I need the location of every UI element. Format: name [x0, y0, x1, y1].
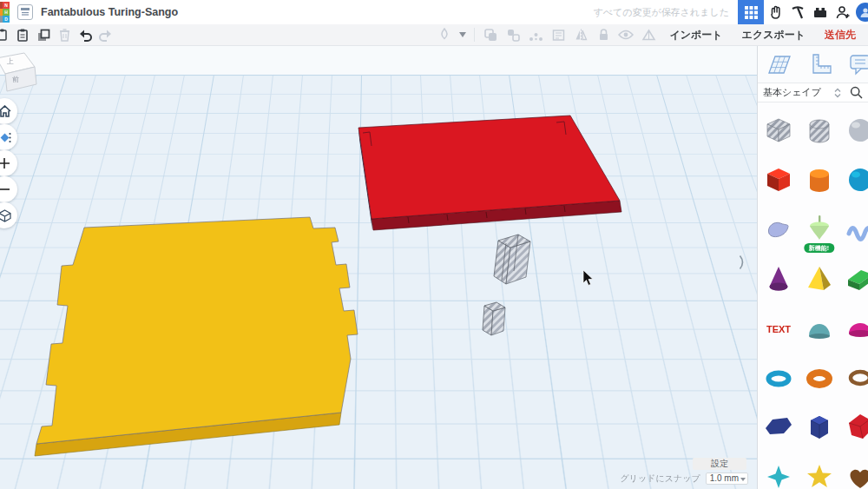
canvas-3d-viewport[interactable]: 上 前 設定 グリッドにスナップ 1.0 mm: [0, 46, 757, 489]
group-icon[interactable]: [480, 25, 501, 44]
shape-star4[interactable]: [758, 452, 799, 489]
snap-caret-icon: [740, 478, 746, 481]
color-dropdown-caret-icon[interactable]: [457, 25, 469, 44]
view-cube[interactable]: 上 前: [0, 46, 43, 95]
shape-roof[interactable]: [839, 254, 868, 303]
view-cube-top-label[interactable]: 上: [7, 56, 14, 66]
ruler-helper-icon[interactable]: [799, 52, 839, 76]
export-button[interactable]: エクスポート: [733, 28, 814, 43]
paste-icon[interactable]: [12, 25, 33, 44]
align-icon[interactable]: [525, 25, 546, 44]
shape-top[interactable]: 新機能!: [799, 204, 839, 254]
shape-pyramid[interactable]: [799, 254, 839, 303]
profile-avatar[interactable]: [856, 3, 868, 22]
shape-hex-prism[interactable]: [799, 402, 839, 452]
hide-icon[interactable]: [615, 25, 636, 44]
shape-hole-box[interactable]: [758, 105, 799, 155]
shape-torus[interactable]: [758, 353, 799, 402]
shape-sphere-gray[interactable]: [839, 105, 868, 155]
copy-icon[interactable]: [0, 25, 12, 44]
snap-grid-label: グリッドにスナップ: [621, 472, 700, 485]
drop-icon[interactable]: [638, 25, 659, 44]
shape-sphere[interactable]: [839, 155, 868, 204]
shape-heart[interactable]: [839, 452, 868, 489]
brick-icon[interactable]: [809, 0, 832, 24]
tinkercad-logo[interactable]: N H D: [0, 2, 10, 23]
undo-icon[interactable]: [75, 25, 95, 44]
shape-icosahedron[interactable]: [839, 402, 868, 452]
shape-scribble[interactable]: [758, 204, 799, 254]
shape-ring[interactable]: [839, 353, 868, 402]
shape-cylinder[interactable]: [799, 155, 839, 204]
hand-icon[interactable]: [764, 0, 786, 24]
shape-cone[interactable]: [758, 254, 799, 303]
shape-squiggle[interactable]: [839, 204, 868, 254]
collapse-panel-chevron-icon[interactable]: [739, 254, 746, 274]
category-caret-icon[interactable]: [832, 87, 843, 99]
save-status: すべての変更が保存されました: [593, 6, 729, 19]
new-feature-badge: 新機能!: [804, 243, 834, 253]
flip-icon[interactable]: [570, 25, 591, 44]
blocks-grid-icon[interactable]: [738, 0, 764, 24]
search-icon[interactable]: [850, 86, 863, 99]
shape-tube[interactable]: [799, 353, 839, 402]
shape-star5[interactable]: [799, 452, 839, 489]
shape-polygon[interactable]: [758, 402, 799, 452]
pickaxe-icon[interactable]: [786, 0, 809, 24]
workplane-helper-icon[interactable]: [758, 52, 799, 76]
delete-icon[interactable]: [54, 25, 75, 44]
design-title[interactable]: Fantabulous Turing-Sango: [41, 6, 178, 18]
add-person-icon[interactable]: [832, 0, 854, 24]
design-properties-icon[interactable]: [17, 4, 33, 20]
snap-grid-select[interactable]: 1.0 mm: [706, 472, 748, 485]
redo-icon[interactable]: [95, 25, 116, 44]
shape-hole-cylinder[interactable]: [799, 105, 839, 155]
app-header: N H D Fantabulous Turing-Sango すべての変更が保存…: [0, 0, 868, 24]
shapes-panel: 基本シェイプ 新機能!TEXT: [757, 46, 868, 489]
duplicate-icon[interactable]: [33, 25, 54, 44]
svg-text:TEXT: TEXT: [766, 324, 790, 334]
shape-category-select[interactable]: 基本シェイプ: [763, 86, 821, 99]
send-to-button[interactable]: 送信先: [816, 28, 865, 43]
view-cube-front-label[interactable]: 前: [12, 75, 19, 84]
edit-toolbar: インポート エクスポート 送信先: [0, 24, 868, 46]
workplane-grid[interactable]: [0, 75, 757, 489]
toolbar-divider: [474, 28, 475, 42]
lock-icon[interactable]: [593, 25, 614, 44]
notes-helper-icon[interactable]: [839, 52, 868, 76]
color-drop-icon[interactable]: [434, 25, 455, 44]
shape-half-sphere[interactable]: [839, 303, 868, 353]
shape-box[interactable]: [758, 155, 799, 204]
ungroup-icon[interactable]: [503, 25, 523, 44]
shape-text[interactable]: TEXT: [758, 303, 799, 353]
shape-grid: 新機能!TEXT: [758, 102, 868, 489]
import-button[interactable]: インポート: [661, 28, 731, 43]
grid-settings-button[interactable]: 設定: [693, 458, 746, 470]
shape-round-roof[interactable]: [799, 303, 839, 353]
ruler-list-icon[interactable]: [548, 25, 569, 44]
